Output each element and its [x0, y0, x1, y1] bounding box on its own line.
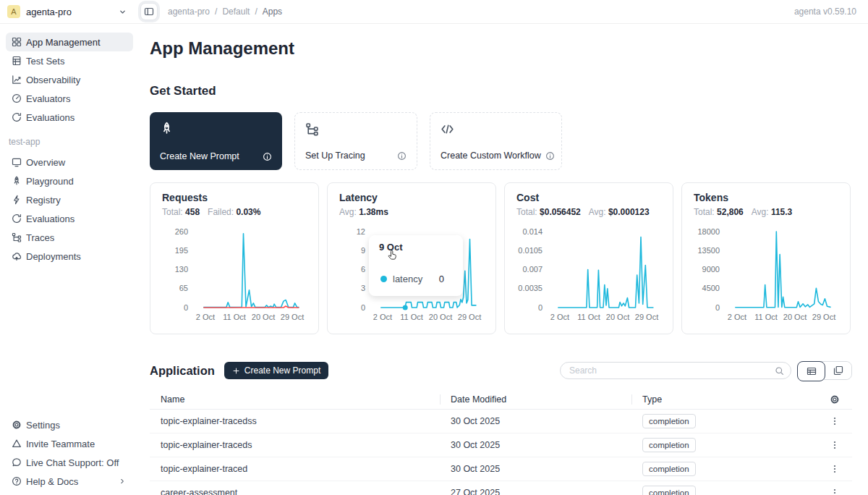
chart-tokens[interactable]: 04500900013500180002 Oct11 Oct20 Oct29 O…	[688, 224, 840, 325]
sidebar-item-label: Overview	[26, 157, 127, 168]
stat-card-title: Tokens	[694, 192, 838, 203]
column-header-name[interactable]: Name	[150, 390, 440, 409]
help-icon	[12, 476, 22, 486]
application-title: Application	[150, 364, 215, 378]
top-bar: A agenta-pro agenta-pro/Default/Apps age…	[0, 0, 868, 24]
rocket-icon	[160, 122, 174, 135]
row-actions-button[interactable]	[826, 460, 843, 478]
tooltip-series-name: latency	[393, 274, 433, 284]
app-date-modified: 27 Oct 2025	[440, 488, 631, 495]
sidebar-item-evaluations[interactable]: Evaluations	[6, 209, 133, 228]
table-row-topic-explainer-traced[interactable]: topic-explainer-traced30 Oct 2025complet…	[150, 457, 852, 481]
sidebar-item-registry[interactable]: Registry	[6, 190, 133, 209]
svg-text:20 Oct: 20 Oct	[606, 313, 629, 321]
sidebar-item-traces[interactable]: Traces	[6, 228, 133, 247]
svg-text:0: 0	[715, 303, 720, 312]
stat-card-title: Requests	[162, 192, 307, 203]
svg-text:29 Oct: 29 Oct	[281, 313, 304, 321]
chart-requests[interactable]: 0651301952602 Oct11 Oct20 Oct29 Oct	[156, 224, 308, 325]
table-row-topic-explainer-traceds[interactable]: topic-explainer-traceds30 Oct 2025comple…	[150, 433, 852, 457]
stat-card-requests: RequestsTotal: 458Failed: 0.03%065130195…	[150, 182, 319, 334]
get-started-card-set-up-tracing[interactable]: Set Up Tracing	[294, 112, 417, 170]
chart-cost[interactable]: 00.00350.0070.01050.0142 Oct11 Oct20 Oct…	[511, 224, 663, 325]
breadcrumb-item-apps[interactable]: Apps	[263, 7, 282, 17]
sidebar-item-test-sets[interactable]: Test Sets	[6, 51, 133, 70]
breadcrumb-item-default[interactable]: Default	[222, 7, 250, 17]
table-view-icon	[807, 366, 817, 376]
column-header-type[interactable]: Type	[631, 390, 780, 409]
search-icon	[775, 366, 784, 376]
sidebar-item-evaluations[interactable]: Evaluations	[6, 108, 133, 127]
table-settings-button[interactable]	[826, 391, 843, 408]
workspace-selector[interactable]: A agenta-pro	[0, 5, 135, 18]
get-started-card-create-new-prompt[interactable]: Create New Prompt	[150, 112, 282, 170]
row-actions-button[interactable]	[826, 484, 843, 495]
branch-icon	[305, 122, 319, 136]
chevron-right-icon	[117, 477, 127, 486]
stat-card-tokens: TokensTotal: 52,806Avg: 115.304500900013…	[681, 182, 851, 334]
sidebar-item-observability[interactable]: Observability	[6, 70, 133, 89]
bolt-icon	[12, 195, 22, 205]
sidebar-item-evaluators[interactable]: Evaluators	[6, 89, 133, 108]
triangle-icon	[12, 439, 22, 449]
info-icon	[397, 151, 407, 161]
sidebar-item-label: Observability	[26, 75, 127, 85]
grid-icon	[12, 37, 22, 47]
svg-text:11 Oct: 11 Oct	[754, 313, 778, 321]
svg-text:11 Oct: 11 Oct	[400, 313, 423, 321]
sidebar-item-label: Evaluations	[26, 213, 127, 224]
sidebar-item-label: Live Chat Support: Off	[26, 457, 127, 468]
line-chart-icon	[12, 75, 22, 85]
cards-view-icon	[833, 365, 843, 376]
sidebar-item-deployments[interactable]: Deployments	[6, 247, 133, 266]
svg-text:130: 130	[175, 265, 188, 274]
search-input[interactable]	[569, 365, 775, 376]
stat-card-title: Cost	[516, 192, 661, 203]
svg-text:260: 260	[175, 227, 188, 236]
svg-text:12: 12	[357, 227, 365, 236]
sidebar-item-label: Playground	[26, 176, 127, 187]
table-row-career-assessment[interactable]: career-assessment27 Oct 2025completion	[150, 481, 852, 495]
sidebar-item-live-chat-support-off[interactable]: Live Chat Support: Off	[6, 453, 133, 472]
panel-icon	[144, 7, 154, 17]
row-actions-button[interactable]	[826, 436, 843, 454]
workspace-avatar: A	[7, 5, 20, 18]
sidebar-item-overview[interactable]: Overview	[6, 153, 133, 172]
workspace-name: agenta-pro	[26, 7, 112, 17]
breadcrumb-item-agenta-pro[interactable]: agenta-pro	[168, 7, 210, 17]
sidebar-toggle-button[interactable]	[140, 3, 158, 20]
get-started-card-create-custom-workflow[interactable]: Create Custom Workflow	[430, 112, 562, 170]
svg-text:0: 0	[538, 303, 542, 312]
card-view-button[interactable]	[825, 362, 851, 379]
sidebar-item-settings[interactable]: Settings	[6, 415, 133, 434]
code-icon	[441, 122, 454, 136]
svg-text:18000: 18000	[697, 227, 720, 236]
kebab-icon	[830, 440, 840, 450]
sidebar-item-label: Evaluations	[26, 112, 127, 123]
sidebar-item-help-docs[interactable]: Help & Docs	[6, 472, 133, 491]
table-header: NameDate ModifiedType	[150, 390, 852, 410]
sidebar-item-label: Deployments	[26, 251, 127, 262]
app-name: topic-explainer-traced	[150, 464, 440, 474]
svg-text:0: 0	[361, 303, 365, 312]
app-date-modified: 30 Oct 2025	[440, 416, 631, 426]
page-title: App Management	[150, 38, 852, 59]
row-actions-button[interactable]	[826, 412, 843, 430]
sidebar-app-nav: OverviewPlaygroundRegistryEvaluationsTra…	[6, 153, 133, 266]
sidebar-item-app-management[interactable]: App Management	[6, 33, 133, 51]
create-new-prompt-button[interactable]: Create New Prompt	[224, 362, 328, 379]
svg-text:9000: 9000	[702, 265, 720, 274]
column-header-date-modified[interactable]: Date Modified	[440, 390, 631, 409]
table-icon	[12, 56, 22, 66]
sidebar-item-label: Registry	[26, 195, 127, 206]
legend-dot-icon	[380, 276, 387, 282]
table-view-button[interactable]	[797, 361, 825, 381]
sidebar-item-invite-teammate[interactable]: Invite Teammate	[6, 434, 133, 453]
create-button-label: Create New Prompt	[244, 365, 320, 376]
sidebar: App ManagementTest SetsObservabilityEval…	[0, 24, 139, 495]
sidebar-bottom-nav: SettingsInvite TeammateLive Chat Support…	[6, 415, 133, 492]
svg-text:9: 9	[361, 246, 365, 255]
sidebar-item-playground[interactable]: Playground	[6, 172, 133, 190]
table-row-topic-explainer-tracedss[interactable]: topic-explainer-tracedss30 Oct 2025compl…	[150, 410, 852, 433]
app-name: career-assessment	[150, 488, 440, 495]
